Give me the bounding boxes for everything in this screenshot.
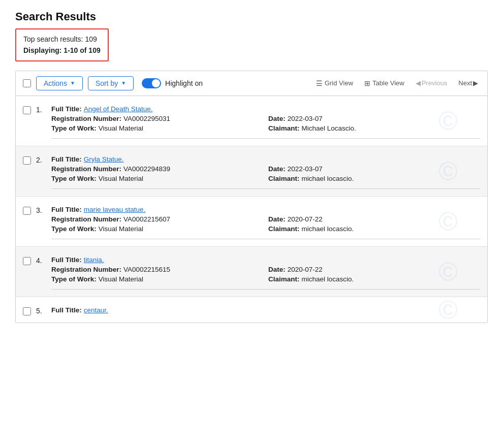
type-value-4: Visual Material	[99, 275, 143, 283]
full-title-label-3: Full Title:	[51, 206, 82, 213]
toolbar-left: Actions ▼ Sort by ▼ Highlight on	[23, 76, 309, 90]
result-divider	[51, 138, 480, 139]
claimant-value-4: michael locascio.	[302, 275, 354, 283]
type-label-2: Type of Work:	[51, 175, 97, 182]
grid-view-label: Grid View	[325, 79, 353, 87]
displaying-line: Displaying: 1-10 of 109	[23, 45, 101, 56]
next-arrow-icon: ▶	[473, 79, 478, 87]
result-checkbox-5[interactable]	[23, 307, 31, 315]
type-row-1: Type of Work: Visual Material	[51, 124, 263, 132]
type-row-3: Type of Work: Visual Material	[51, 225, 263, 233]
full-title-label-5: Full Title:	[51, 306, 82, 314]
full-title-row-2: Full Title: Gryla Statue.	[51, 155, 480, 163]
full-title-value-4[interactable]: titania.	[84, 256, 104, 264]
result-content-5: Full Title: centaur.	[51, 306, 480, 314]
toolbar-right: ☰ Grid View ⊞ Table View ◀ Previous Next…	[314, 78, 480, 89]
date-value-4: 2020-07-22	[288, 266, 323, 273]
reg-number-row-4: Registration Number: VA0002215615	[51, 266, 263, 273]
reg-number-label-3: Registration Number:	[51, 215, 121, 223]
table-view-button[interactable]: ⊞ Table View	[362, 78, 406, 89]
top-results-line: Top search results: 109	[23, 34, 101, 45]
reg-number-label-4: Registration Number:	[51, 266, 121, 273]
reg-number-label-1: Registration Number:	[51, 115, 121, 122]
full-title-row-4: Full Title: titania.	[51, 256, 480, 264]
previous-arrow-icon: ◀	[416, 79, 421, 87]
type-row-2: Type of Work: Visual Material	[51, 175, 263, 182]
full-title-label-1: Full Title:	[51, 105, 82, 113]
type-value-1: Visual Material	[99, 124, 143, 132]
claimant-row-4: Claimant: michael locascio.	[268, 275, 480, 283]
grid-view-icon: ☰	[316, 79, 323, 87]
result-fields-5: Full Title: centaur.	[51, 306, 480, 314]
top-results-label: Top search results:	[23, 35, 83, 43]
date-value-1: 2022-03-07	[288, 115, 323, 122]
reg-number-row-1: Registration Number: VA0002295031	[51, 115, 263, 122]
result-fields-4: Full Title: titania. Registration Number…	[51, 256, 480, 283]
result-number-2: 2.	[36, 155, 51, 164]
next-label: Next	[458, 79, 472, 87]
result-number-4: 4.	[36, 256, 51, 265]
result-fields-2: Full Title: Gryla Statue. Registration N…	[51, 155, 480, 182]
toggle-thumb	[152, 79, 160, 87]
select-all-checkbox[interactable]	[23, 79, 31, 87]
type-label-4: Type of Work:	[51, 275, 97, 283]
full-title-value-1[interactable]: Angel of Death Statue.	[84, 105, 153, 113]
date-label-2: Date:	[268, 165, 286, 173]
sort-button[interactable]: Sort by ▼	[88, 76, 134, 90]
result-checkbox-4[interactable]	[23, 257, 31, 265]
reg-number-value-4: VA0002215615	[123, 266, 170, 273]
full-title-value-3[interactable]: marie laveau statue.	[84, 206, 146, 213]
result-number-1: 1.	[36, 105, 51, 114]
result-divider	[51, 188, 480, 189]
type-label-3: Type of Work:	[51, 225, 97, 233]
actions-button[interactable]: Actions ▼	[36, 76, 83, 90]
result-content-1: Full Title: Angel of Death Statue. Regis…	[51, 105, 480, 139]
claimant-label-4: Claimant:	[268, 275, 300, 283]
results-container: Actions ▼ Sort by ▼ Highlight on ☰ Grid …	[15, 71, 488, 323]
result-fields-1: Full Title: Angel of Death Statue. Regis…	[51, 105, 480, 132]
type-row-4: Type of Work: Visual Material	[51, 275, 263, 283]
date-row-3: Date: 2020-07-22	[268, 215, 480, 223]
result-item: 1. Full Title: Angel of Death Statue. Re…	[16, 96, 487, 146]
date-label-1: Date:	[268, 115, 286, 122]
date-value-3: 2020-07-22	[288, 215, 323, 223]
result-checkbox-3[interactable]	[23, 207, 31, 215]
full-title-value-5[interactable]: centaur.	[84, 306, 108, 314]
reg-number-label-2: Registration Number:	[51, 165, 121, 173]
summary-box: Top search results: 109 Displaying: 1-10…	[15, 28, 109, 61]
result-divider	[51, 239, 480, 239]
date-row-4: Date: 2020-07-22	[268, 266, 480, 273]
result-checkbox-1[interactable]	[23, 106, 31, 114]
full-title-value-2[interactable]: Gryla Statue.	[84, 155, 124, 163]
table-view-label: Table View	[372, 79, 404, 87]
result-content-3: Full Title: marie laveau statue. Registr…	[51, 206, 480, 239]
grid-view-button[interactable]: ☰ Grid View	[314, 78, 355, 89]
next-button[interactable]: Next ▶	[456, 78, 480, 88]
actions-chevron-icon: ▼	[70, 80, 75, 86]
sort-label: Sort by	[96, 79, 118, 87]
date-row-1: Date: 2022-03-07	[268, 115, 480, 122]
reg-number-row-3: Registration Number: VA0002215607	[51, 215, 263, 223]
result-fields-3: Full Title: marie laveau statue. Registr…	[51, 206, 480, 233]
result-item: 5. Full Title: centaur. ©	[16, 297, 487, 323]
reg-number-value-3: VA0002215607	[123, 215, 170, 223]
type-label-1: Type of Work:	[51, 124, 97, 132]
claimant-value-2: michael locascio.	[302, 175, 354, 182]
full-title-label-4: Full Title:	[51, 256, 82, 264]
result-checkbox-2[interactable]	[23, 156, 31, 165]
previous-button[interactable]: ◀ Previous	[414, 78, 450, 88]
claimant-label-3: Claimant:	[268, 225, 300, 233]
result-number-3: 3.	[36, 206, 51, 214]
highlight-label: Highlight on	[165, 79, 203, 87]
sort-chevron-icon: ▼	[121, 80, 126, 86]
highlight-toggle-wrap[interactable]: Highlight on	[142, 78, 203, 88]
result-divider	[51, 289, 480, 290]
full-title-label-2: Full Title:	[51, 155, 82, 163]
claimant-label-1: Claimant:	[268, 124, 300, 132]
claimant-value-1: Michael Locascio.	[302, 124, 356, 132]
result-item: 4. Full Title: titania. Registration Num…	[16, 247, 487, 297]
highlight-toggle[interactable]	[142, 78, 161, 88]
type-value-2: Visual Material	[99, 175, 143, 182]
result-item: 2. Full Title: Gryla Statue. Registratio…	[16, 146, 487, 197]
result-content-4: Full Title: titania. Registration Number…	[51, 256, 480, 290]
